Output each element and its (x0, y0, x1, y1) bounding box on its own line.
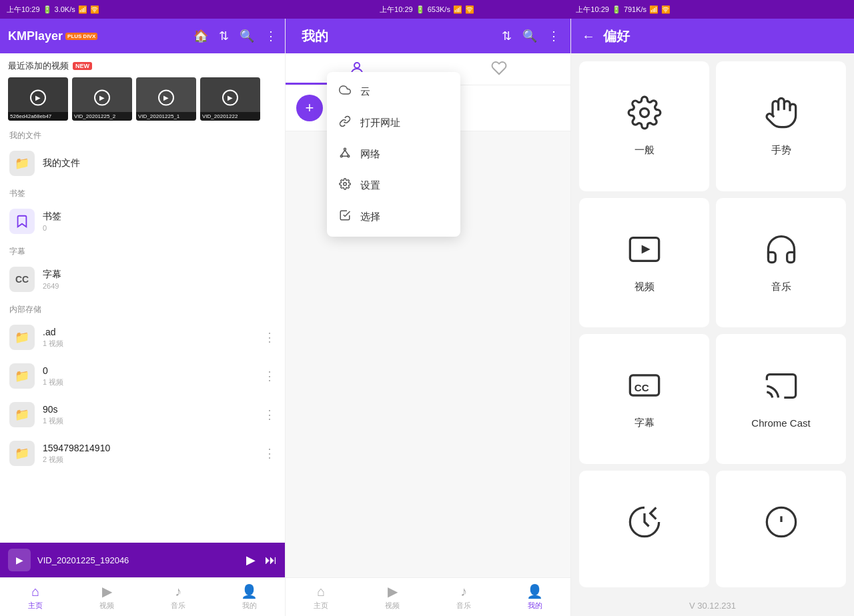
my-files-info: 我的文件 (43, 157, 276, 169)
play-icon-1: ▶ (30, 89, 46, 105)
dropdown-cloud[interactable]: 云 (327, 76, 460, 107)
dropdown-url[interactable]: 打开网址 (327, 107, 460, 139)
thumb-3[interactable]: ▶ VID_20201225_1 (136, 77, 196, 121)
wifi-center: 🛜 (465, 5, 474, 14)
dropdown-menu: 云 打开网址 网络 (327, 72, 460, 237)
thumb-label-3: VID_20201225_1 (136, 112, 196, 121)
music-nav-icon-m: ♪ (460, 584, 467, 599)
more-btn-3[interactable]: ⋮ (264, 446, 276, 461)
svg-text:CC: CC (634, 382, 649, 393)
play-icon-4: ▶ (222, 89, 238, 105)
music-nav-label: 音乐 (171, 601, 185, 611)
storage-info-0: .ad 1 视频 (43, 327, 256, 349)
more-btn-2[interactable]: ⋮ (264, 407, 276, 422)
settings-card-speed[interactable] (579, 471, 709, 588)
thumb-label-1: 526ed42a68eb47 (8, 112, 68, 121)
signal-right: 📶 (649, 5, 659, 14)
storage-name-1: 0 (43, 365, 256, 376)
svg-point-1 (344, 148, 346, 150)
music-label: 音乐 (771, 281, 791, 293)
back-button[interactable]: ← (582, 29, 595, 44)
network-icon (338, 147, 352, 162)
settings-card-video[interactable]: 视频 (579, 198, 709, 328)
wifi-left: 🛜 (90, 5, 99, 14)
subtitle-header: 字幕 (0, 241, 285, 260)
battery-center: 🔋 (416, 5, 425, 14)
subtitle-count: 2649 (43, 282, 276, 290)
thumb-label-4: VID_20201222 (200, 112, 260, 121)
cast-icon (764, 369, 799, 409)
more-icon[interactable]: ⋮ (265, 29, 277, 43)
settings-card-info[interactable] (716, 471, 846, 588)
storage-item-3[interactable]: 📁 1594798214910 2 视频 ⋮ (0, 434, 285, 473)
speed-center: 653K/s (428, 5, 450, 13)
dropdown-select-label: 选择 (360, 211, 380, 223)
settings-card-gesture[interactable]: 手势 (716, 61, 846, 191)
nav-my-middle[interactable]: 👤 我的 (499, 583, 570, 611)
play-button[interactable]: ▶ (246, 553, 256, 567)
sort-icon-middle[interactable]: ⇅ (502, 29, 512, 43)
nav-video-middle[interactable]: ▶ 视频 (357, 583, 428, 611)
settings-grid: 一般 手势 (571, 53, 854, 595)
sort-icon[interactable]: ⇅ (219, 29, 229, 43)
storage-item-2[interactable]: 📁 90s 1 视频 ⋮ (0, 395, 285, 434)
settings-card-subtitle[interactable]: CC 字幕 (579, 334, 709, 464)
video-nav-label-m: 视频 (385, 601, 400, 611)
svg-line-5 (345, 150, 348, 155)
logo-badge: PLUS DIVX (65, 33, 97, 40)
storage-info-3: 1594798214910 2 视频 (43, 443, 256, 465)
nav-my-left[interactable]: 👤 我的 (214, 583, 285, 611)
bookmark-item[interactable]: 书签 0 (0, 202, 285, 241)
more-icon-middle[interactable]: ⋮ (548, 29, 560, 43)
player-bar: ▶ VID_20201225_192046 ▶ ⏭ (0, 543, 285, 577)
battery-right: 🔋 (612, 5, 621, 14)
nav-music-middle[interactable]: ♪ 音乐 (428, 584, 500, 611)
search-icon-middle[interactable]: 🔍 (522, 29, 537, 43)
bottom-nav-middle: ⌂ 主页 ▶ 视频 ♪ 音乐 👤 我的 (286, 577, 570, 616)
storage-item-0[interactable]: 📁 .ad 1 视频 ⋮ (0, 318, 285, 357)
player-title: VID_20201225_192046 (37, 555, 240, 565)
settings-card-general[interactable]: 一般 (579, 61, 709, 191)
subtitle-name: 字幕 (43, 269, 276, 281)
nav-video-left[interactable]: ▶ 视频 (71, 583, 143, 611)
dropdown-settings-label: 设置 (360, 179, 380, 192)
nav-home-left[interactable]: ⌂ 主页 (0, 584, 71, 611)
storage-info-2: 90s 1 视频 (43, 404, 256, 426)
bookmark-header: 书签 (0, 183, 285, 202)
signal-left: 📶 (78, 5, 87, 14)
dropdown-network[interactable]: 网络 (327, 139, 460, 170)
thumb-2[interactable]: ▶ VID_20201225_2 (72, 77, 132, 121)
nav-home-middle[interactable]: ⌂ 主页 (286, 584, 357, 611)
search-icon[interactable]: 🔍 (240, 29, 254, 43)
panel-left: KMPlayer PLUS DIVX 🏠 ⇅ 🔍 ⋮ 最近添加的视频 NEW ▶ (0, 19, 286, 616)
settings-card-music[interactable]: 音乐 (716, 198, 846, 328)
thumb-4[interactable]: ▶ VID_20201222 (200, 77, 260, 121)
subtitle-item[interactable]: CC 字幕 2649 (0, 260, 285, 299)
my-nav-label: 我的 (242, 601, 257, 611)
wifi-right: 🛜 (661, 5, 671, 14)
music-nav-icon: ♪ (175, 584, 181, 599)
player-controls: ▶ ⏭ (246, 553, 277, 567)
svg-point-8 (640, 109, 649, 117)
home-icon[interactable]: 🏠 (193, 29, 208, 43)
dropdown-url-label: 打开网址 (360, 117, 400, 129)
my-files-header: 我的文件 (0, 125, 285, 144)
more-btn-0[interactable]: ⋮ (264, 330, 276, 345)
svg-marker-10 (641, 245, 650, 253)
dropdown-settings[interactable]: 设置 (327, 170, 460, 201)
dropdown-select[interactable]: 选择 (327, 201, 460, 233)
next-button[interactable]: ⏭ (265, 553, 277, 567)
file-list: 最近添加的视频 NEW ▶ 526ed42a68eb47 ▶ VID_20201… (0, 53, 285, 543)
settings-card-chromecast[interactable]: Chrome Cast (716, 334, 846, 464)
nav-music-left[interactable]: ♪ 音乐 (143, 584, 214, 611)
thumb-1[interactable]: ▶ 526ed42a68eb47 (8, 77, 68, 121)
storage-item-1[interactable]: 📁 0 1 视频 ⋮ (0, 357, 285, 395)
logo-text: KMPlayer (8, 29, 63, 43)
right-title: 偏好 (603, 27, 630, 45)
speed-icon (627, 505, 662, 545)
settings-icon (338, 178, 352, 193)
my-nav-icon: 👤 (241, 583, 258, 599)
more-btn-1[interactable]: ⋮ (264, 369, 276, 383)
create-plus-icon: + (296, 95, 323, 121)
my-files-item[interactable]: 📁 我的文件 (0, 144, 285, 183)
